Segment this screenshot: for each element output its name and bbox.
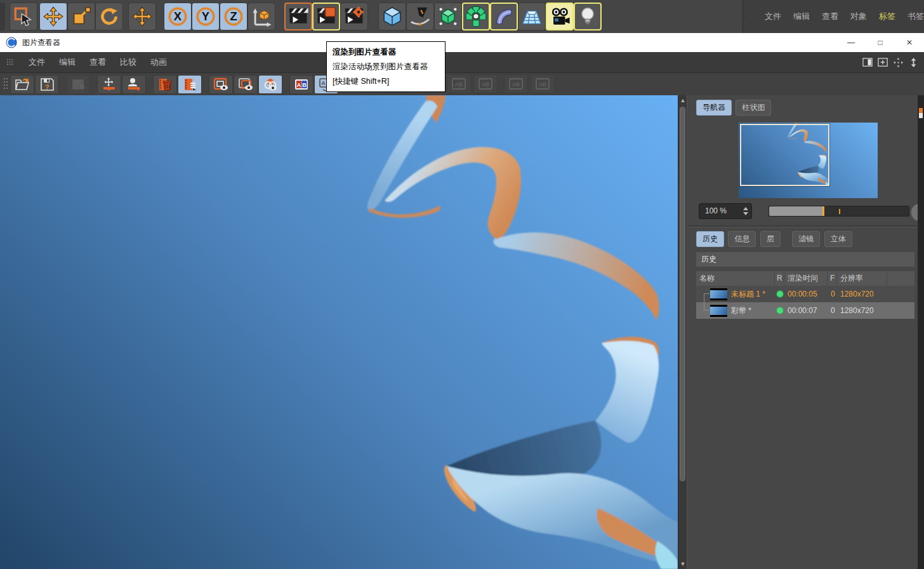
dual-view-button[interactable] — [234, 75, 258, 94]
add-cube-button[interactable] — [378, 3, 406, 30]
undock-move-icon[interactable] — [893, 57, 904, 68]
canvas-vertical-scrollbar[interactable]: ▲ ▼ — [678, 95, 687, 569]
subdivision-surface-button[interactable] — [434, 3, 462, 30]
column-render-time[interactable]: 渲染时间 — [784, 271, 828, 286]
tab-navigator[interactable]: 导航器 — [696, 100, 732, 116]
tree-stub — [704, 293, 710, 294]
open-file-button[interactable] — [10, 75, 34, 94]
navigator-thumbnail[interactable] — [739, 123, 878, 198]
om-menu-file[interactable]: 文件 — [765, 11, 781, 22]
cloner-button[interactable] — [462, 3, 490, 30]
save-image-button[interactable]: ? — [35, 75, 59, 94]
toolbar-grip-icon[interactable] — [3, 77, 8, 91]
scrollbar-thumb[interactable] — [680, 107, 685, 481]
coordinate-system-button[interactable] — [248, 3, 275, 30]
pv-menu-view[interactable]: 查看 — [89, 57, 106, 68]
ab-compare-button[interactable]: A B — [289, 75, 314, 94]
zoom-level-field[interactable]: 100 % — [699, 203, 752, 219]
floor-button[interactable] — [518, 3, 546, 30]
scroll-up-icon[interactable]: ▲ — [680, 97, 686, 104]
rotate-tool-button[interactable] — [95, 3, 123, 30]
history-row-ribbon[interactable]: 彩带 * 00:00:07 0 1280x720 — [696, 302, 914, 319]
fit-to-screen-button[interactable] — [97, 75, 121, 94]
pv-menu-animation[interactable]: 动画 — [150, 57, 167, 68]
zoom-slider[interactable] — [769, 206, 909, 217]
z-axis-letter: Z — [230, 10, 237, 23]
tab-info[interactable]: 信息 — [728, 231, 756, 247]
deformer-button[interactable] — [490, 3, 518, 30]
svg-text:AB: AB — [482, 81, 489, 88]
svg-text:½: ½ — [80, 84, 85, 90]
render-settings-button[interactable] — [340, 3, 368, 30]
background-app-fragment — [919, 108, 923, 118]
column-resolution[interactable]: 分辨率 — [837, 271, 887, 286]
minimize-button[interactable]: — — [836, 33, 866, 52]
tab-history[interactable]: 历史 — [696, 231, 724, 247]
split-pane-icon[interactable] — [862, 57, 873, 68]
new-panel-icon[interactable] — [878, 57, 888, 68]
close-button[interactable]: ✕ — [895, 33, 924, 52]
tab-layer[interactable]: 层 — [760, 231, 781, 247]
spline-pen-button[interactable] — [406, 3, 434, 30]
delete-image-button[interactable] — [153, 75, 177, 94]
image-list-icon — [182, 77, 198, 92]
camera-button[interactable] — [546, 3, 574, 30]
om-menu-edit[interactable]: 编辑 — [793, 11, 810, 22]
lock-x-axis-button[interactable]: X — [164, 3, 192, 30]
actual-size-button[interactable] — [122, 75, 146, 94]
lock-z-axis-button[interactable]: Z — [220, 3, 248, 30]
single-view-button[interactable] — [209, 75, 233, 94]
render-resolution: 1280x720 — [837, 302, 887, 319]
rotate-icon — [98, 6, 120, 27]
light-button[interactable] — [574, 3, 602, 30]
panel-grip-icon[interactable] — [6, 58, 15, 67]
column-f[interactable]: F — [828, 271, 837, 286]
render-status-icon — [777, 291, 783, 297]
om-menu-bookmarks[interactable]: 书签 — [908, 11, 924, 22]
zoom-slider-handle[interactable] — [822, 206, 824, 216]
panel-grip-icon[interactable] — [751, 12, 753, 21]
move-tool-button[interactable] — [39, 3, 67, 30]
maximize-button[interactable]: □ — [866, 33, 895, 52]
om-menu-tags[interactable]: 标签 — [879, 11, 895, 22]
light-icon — [577, 6, 598, 27]
column-r[interactable]: R — [775, 271, 784, 286]
tooltip-description: 渲染活动场景到图片查看器 — [333, 60, 439, 74]
cloner-icon — [465, 6, 487, 27]
pv-menu-compare[interactable]: 比较 — [120, 57, 136, 68]
expand-vertical-icon[interactable] — [908, 57, 919, 68]
lock-y-axis-button[interactable]: Y — [192, 3, 220, 30]
image-list-button[interactable] — [178, 75, 202, 94]
coordinate-system-icon — [251, 6, 272, 27]
render-status-icon — [777, 307, 783, 314]
channels-view-button[interactable] — [258, 75, 282, 94]
halftone-disabled-button: ½ — [66, 75, 90, 94]
render-view-button[interactable] — [284, 3, 312, 30]
actual-size-icon — [126, 77, 142, 92]
tab-histogram[interactable]: 柱状图 — [736, 100, 771, 116]
pv-menu-edit[interactable]: 编辑 — [59, 57, 76, 68]
column-name[interactable]: 名称 — [696, 271, 775, 286]
pv-menu-file[interactable]: 文件 — [29, 57, 45, 68]
history-row-untitled[interactable]: 未标题 1 * 00:00:05 0 1280x720 — [696, 286, 914, 302]
scale-tool-button[interactable] — [67, 3, 95, 30]
render-to-picture-viewer-button[interactable] — [312, 3, 340, 30]
render-thumbnail — [710, 305, 727, 317]
svg-text:AB: AB — [455, 81, 463, 88]
navigator-view-frame[interactable] — [740, 124, 829, 186]
picture-viewer-menubar: 文件 编辑 查看 比较 动画 — [0, 52, 924, 73]
undo-partial-icon[interactable] — [0, 3, 5, 30]
scroll-down-icon[interactable]: ▼ — [680, 561, 686, 567]
zoom-spinner[interactable] — [743, 207, 748, 216]
last-tool-button[interactable] — [128, 3, 156, 30]
y-axis-letter: Y — [202, 10, 209, 23]
om-menu-view[interactable]: 查看 — [822, 11, 838, 22]
tab-stereo[interactable]: 立体 — [824, 231, 852, 247]
render-image-canvas[interactable] — [0, 95, 678, 569]
live-selection-button[interactable] — [10, 3, 37, 30]
dual-view-icon — [237, 77, 254, 92]
om-menu-objects[interactable]: 对象 — [850, 11, 867, 22]
window-title: 图片查看器 — [22, 37, 60, 48]
ab-compare-icon: A B — [293, 77, 310, 92]
tab-filter[interactable]: 滤镜 — [792, 231, 820, 247]
